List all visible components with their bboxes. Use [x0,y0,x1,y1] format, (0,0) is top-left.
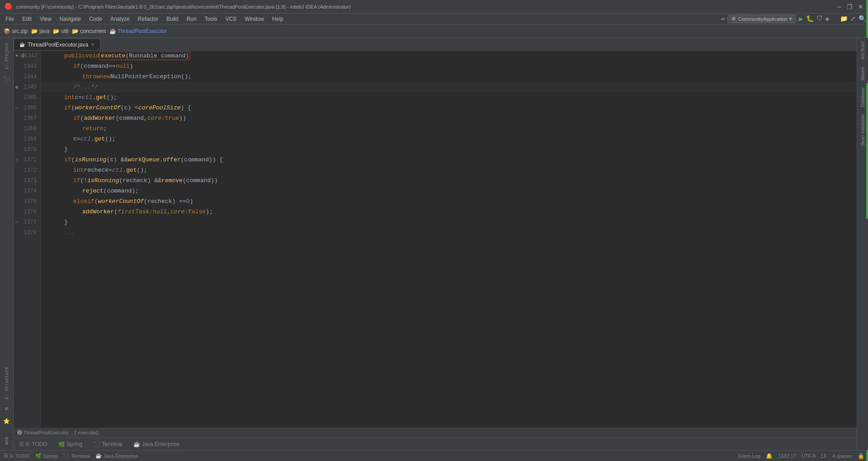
coverage-button[interactable]: ⛉ [816,15,823,23]
breadcrumb-class[interactable]: ☕ ThreadPoolExecutor [109,28,167,34]
menu-run[interactable]: Run [183,15,200,23]
code-editor[interactable]: public void execute(Runnable command) if… [41,51,857,428]
spring-status-icon: 🌿 [35,453,42,459]
line-number-1375: 1375 [14,196,40,207]
code-line-1376: addWorker ( firstTask: null , core: fals… [41,207,857,217]
menu-file[interactable]: File [2,15,18,23]
menu-refactor[interactable]: Refactor [134,15,162,23]
bottom-tab-spring[interactable]: 🌿 Spring [57,440,85,448]
token-firsttask-1376: firstTask: [118,208,153,215]
run-config-dropdown[interactable]: ⚙ CommunityApplication ▾ [727,14,796,23]
fold-icon-1377[interactable]: ⊖ [15,220,18,225]
bottom-toolbar: ☰ 6: TODO 🌿 Spring ⬛ Terminal ☕ Java Ent… [14,437,857,450]
menu-view[interactable]: View [36,15,55,23]
token-c-1366: c [124,104,128,111]
status-event-log[interactable]: Event Log [738,453,761,459]
token-c-1369: c [73,136,77,142]
fold-open-icon-1345[interactable]: ⊕ [15,85,18,90]
breadcrumb-method-bottom[interactable]: ƒ execute() [74,430,99,435]
status-notifications-icon[interactable]: 🔔 [766,453,773,459]
breadcrumb-class-label: ThreadPoolExecutor [24,430,69,435]
status-indent[interactable]: 4 spaces [832,453,852,459]
right-sidebar-bean[interactable]: Bean Validation [859,111,866,149]
sidebar-project-icon[interactable]: 1: Project [1,40,13,72]
bottom-tab-terminal[interactable]: ⬛ Terminal [91,440,124,448]
restore-button[interactable]: ❐ [847,3,853,10]
bottom-tab-todo[interactable]: ☰ 6: TODO [17,440,49,448]
breadcrumb-srczip[interactable]: 📦 src.zip [4,28,28,34]
line-num-1367: 1367 [24,115,37,122]
menu-edit[interactable]: Edit [19,15,35,23]
breadcrumb-util[interactable]: 📂 util [53,28,68,34]
line-num-1378: 1378 [24,230,37,236]
fold-icon-1371[interactable]: ⊖ [15,157,18,163]
nav-bar: 📦 src.zip › 📂 java › 📂 util › 📂 concurre… [0,24,868,38]
line-number-1368: 1368 [14,123,40,134]
step-icon-1342[interactable]: ↓ [19,53,21,58]
menu-analyze[interactable]: Analyze [107,15,133,23]
status-terminal-item[interactable]: ⬛ Terminal [63,453,90,459]
tab-threadpoolexecutor[interactable]: ☕ ThreadPoolExecutor.java ✕ [14,38,100,50]
right-sidebar-database[interactable]: Database [859,84,866,111]
close-button[interactable]: ✕ [858,3,863,10]
terminal-label: Terminal [102,441,122,447]
editor-container: ☕ ThreadPoolExecutor.java ✕ ● ↓ @ 1342 [14,38,857,450]
sidebar-web-icon[interactable]: Web [1,434,13,447]
sidebar-structure-icon[interactable]: Z: Structure [1,364,13,402]
token-zero-1375: 0 [186,198,190,205]
menu-navigate[interactable]: Navigate [56,15,85,23]
search-everywhere-icon[interactable]: 🔍 [859,15,866,23]
sidebar-bookmark-icon[interactable]: ⬛ [1,73,13,85]
status-todo-item[interactable]: ☰ 6: TODO [4,453,30,459]
menu-build[interactable]: Build [163,15,182,23]
status-git-icon[interactable]: 🔒 [858,453,864,459]
menu-vcs[interactable]: VCS [222,15,241,23]
navigate-back-icon[interactable]: ↩ [721,15,725,23]
debug-button[interactable]: 🐛 [806,15,814,23]
package-icon-3: 📂 [72,28,79,34]
breadcrumb-sep-2: › [50,28,52,34]
token-addworker-1367: addWorker [84,115,115,122]
sidebar-grid-icon[interactable]: ⊞ [1,403,13,415]
profile-button[interactable]: ◈ [826,15,829,23]
menu-help[interactable]: Help [269,15,287,23]
token-command-1367: command [119,115,144,122]
sidebar-favorites-icon[interactable]: ⭐ [1,416,13,428]
menu-window[interactable]: Window [241,15,268,23]
line-number-1378: 1378 [14,227,40,238]
minimize-button[interactable]: ─ [837,3,841,10]
fold-icon-1366[interactable]: ⊖ [15,105,18,111]
breadcrumb-class-bottom[interactable]: 🅒 ThreadPoolExecutor [17,430,69,435]
title-bar-title: community [F:\community] - C:\Program Fi… [16,4,351,9]
run-config-label: CommunityApplication [738,16,787,22]
token-npe-1344: NullPointerException [110,73,181,80]
run-button[interactable]: ▶ [799,14,803,24]
line-num-1345: 1345 [24,84,37,90]
code-line-1343: if ( command == null ) [41,61,857,71]
status-line-sep[interactable]: LF [821,453,827,459]
line-num-1366: 1366 [24,105,37,111]
expand-button[interactable]: ⤢ [850,15,856,23]
token-true-1367: true [165,115,179,122]
status-encoding[interactable]: UTF-8 [802,453,816,459]
spring-icon: 🌿 [58,441,65,447]
menu-tools[interactable]: Tools [201,15,221,23]
code-line-1375: else if ( workerCountOf ( recheck ) == 0… [41,196,857,207]
breadcrumb-concurrent[interactable]: 📂 concurrent [72,28,106,34]
token-fold-comment: /*...*/ [73,84,98,90]
right-sidebar-maven[interactable]: Maven [859,63,866,84]
breadcrumb-java[interactable]: 📂 java [31,28,49,34]
project-tool-button[interactable]: 📁 [840,15,848,23]
right-sidebar-ant[interactable]: Ant Build [859,38,866,63]
status-enterprise-item[interactable]: ☕ Java Enterprise [95,453,138,459]
breakpoint-icon-1342[interactable]: ● [15,53,18,58]
menu-code[interactable]: Code [85,15,106,23]
tab-close-icon[interactable]: ✕ [91,42,94,47]
token-execute-highlight: execute(Runnable command) [99,52,190,60]
status-cursor-pos: 1342:17 [778,453,796,459]
token-if-1366: if [64,104,71,111]
status-spring-item[interactable]: 🌿 Spring [35,453,58,459]
code-line-1374: reject ( command ); [41,186,857,196]
code-line-1371: if ( isRunning ( c ) && workQueue . offe… [41,155,857,165]
bottom-tab-java-enterprise[interactable]: ☕ Java Enterprise [132,440,181,448]
